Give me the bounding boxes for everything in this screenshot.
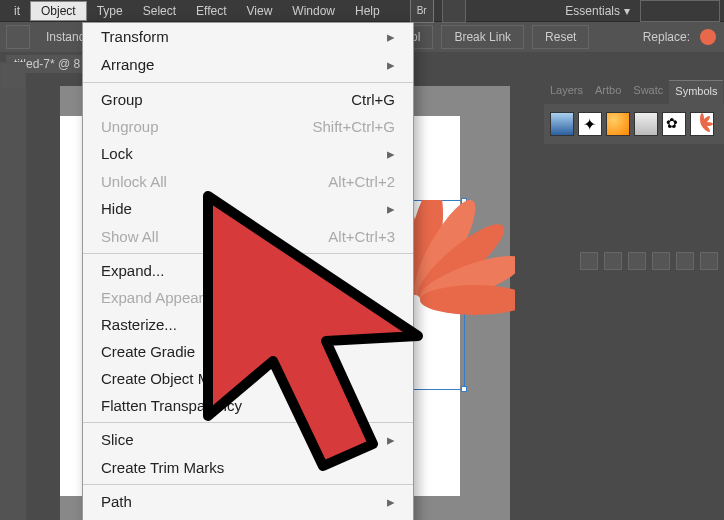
menu-separator bbox=[83, 422, 413, 423]
symbol-libraries-icon[interactable] bbox=[580, 252, 598, 270]
menu-pattern[interactable]: Pattern▸ bbox=[83, 516, 413, 520]
menu-transform[interactable]: Transform▸ bbox=[83, 23, 413, 51]
menu-unlock-all: Unlock AllAlt+Ctrl+2 bbox=[83, 168, 413, 195]
menu-hide[interactable]: Hide▸ bbox=[83, 195, 413, 223]
svg-point-0 bbox=[700, 29, 716, 45]
replace-label: Replace: bbox=[643, 30, 690, 44]
symbol-options-icon[interactable] bbox=[652, 252, 670, 270]
menu-expand-appearance: Expand Appearance bbox=[83, 284, 413, 311]
menu-help[interactable]: Help bbox=[345, 2, 390, 20]
menu-window[interactable]: Window bbox=[282, 2, 345, 20]
menu-select[interactable]: Select bbox=[133, 2, 186, 20]
new-symbol-icon[interactable] bbox=[676, 252, 694, 270]
symbol-ink-splash[interactable]: ✦ bbox=[578, 112, 602, 136]
symbol-ribbon[interactable]: ✿ bbox=[662, 112, 686, 136]
symbol-gradient-blue[interactable] bbox=[550, 112, 574, 136]
tab-layers[interactable]: Layers bbox=[544, 80, 589, 104]
menu-edit[interactable]: it bbox=[4, 2, 30, 20]
menu-ungroup: UngroupShift+Ctrl+G bbox=[83, 113, 413, 140]
reset-button[interactable]: Reset bbox=[532, 25, 589, 49]
panel-tabs: Layers Artbo Swatc Symbols bbox=[544, 80, 724, 104]
place-symbol-icon[interactable] bbox=[604, 252, 622, 270]
menu-arrange[interactable]: Arrange▸ bbox=[83, 51, 413, 79]
replace-swatch[interactable] bbox=[698, 27, 718, 47]
symbol-orange-orb[interactable] bbox=[606, 112, 630, 136]
menu-expand[interactable]: Expand... bbox=[83, 257, 413, 284]
menubar: it Object Type Select Effect View Window… bbox=[0, 0, 724, 22]
menu-group[interactable]: GroupCtrl+G bbox=[83, 86, 413, 113]
break-link-button[interactable]: Break Link bbox=[441, 25, 524, 49]
menu-create-gradient-mesh[interactable]: Create Gradie bbox=[83, 338, 413, 365]
doc-arrange-icon[interactable] bbox=[442, 0, 466, 23]
menu-view[interactable]: View bbox=[237, 2, 283, 20]
menu-separator bbox=[83, 484, 413, 485]
workspace-label: Essentials bbox=[565, 4, 620, 18]
menu-path[interactable]: Path▸ bbox=[83, 488, 413, 516]
delete-symbol-icon[interactable] bbox=[700, 252, 718, 270]
instance-icon[interactable] bbox=[6, 25, 30, 49]
workspace-switcher[interactable]: Essentials ▾ bbox=[555, 0, 640, 22]
break-link-icon[interactable] bbox=[628, 252, 646, 270]
menu-object[interactable]: Object bbox=[30, 1, 87, 21]
tab-artboards[interactable]: Artbo bbox=[589, 80, 627, 104]
tools-panel bbox=[0, 62, 26, 520]
menu-slice[interactable]: Slice▸ bbox=[83, 426, 413, 454]
chevron-down-icon: ▾ bbox=[624, 4, 630, 18]
menu-effect[interactable]: Effect bbox=[186, 2, 236, 20]
menu-create-trim-marks[interactable]: Create Trim Marks bbox=[83, 454, 413, 481]
tab-symbols[interactable]: Symbols bbox=[669, 80, 723, 104]
menu-separator bbox=[83, 82, 413, 83]
menu-lock[interactable]: Lock▸ bbox=[83, 140, 413, 168]
bridge-icon[interactable]: Br bbox=[410, 0, 434, 23]
symbols-grid: ✦ ✿ bbox=[544, 104, 724, 144]
menu-show-all: Show AllAlt+Ctrl+3 bbox=[83, 223, 413, 250]
menu-flatten-transparency[interactable]: Flatten Transparency bbox=[83, 392, 413, 419]
menu-separator bbox=[83, 253, 413, 254]
search-input[interactable] bbox=[640, 0, 720, 22]
object-menu-dropdown: Transform▸ Arrange▸ GroupCtrl+G UngroupS… bbox=[82, 22, 414, 520]
tab-swatches[interactable]: Swatc bbox=[627, 80, 669, 104]
symbol-flower[interactable] bbox=[690, 112, 714, 136]
menu-rasterize[interactable]: Rasterize... bbox=[83, 311, 413, 338]
panels-dock: Layers Artbo Swatc Symbols ✦ ✿ bbox=[544, 80, 724, 274]
menu-type[interactable]: Type bbox=[87, 2, 133, 20]
tool-icon[interactable] bbox=[1, 64, 25, 88]
symbol-gray[interactable] bbox=[634, 112, 658, 136]
panel-footer bbox=[544, 144, 724, 274]
menu-create-object-mosaic[interactable]: Create Object M bbox=[83, 365, 413, 392]
